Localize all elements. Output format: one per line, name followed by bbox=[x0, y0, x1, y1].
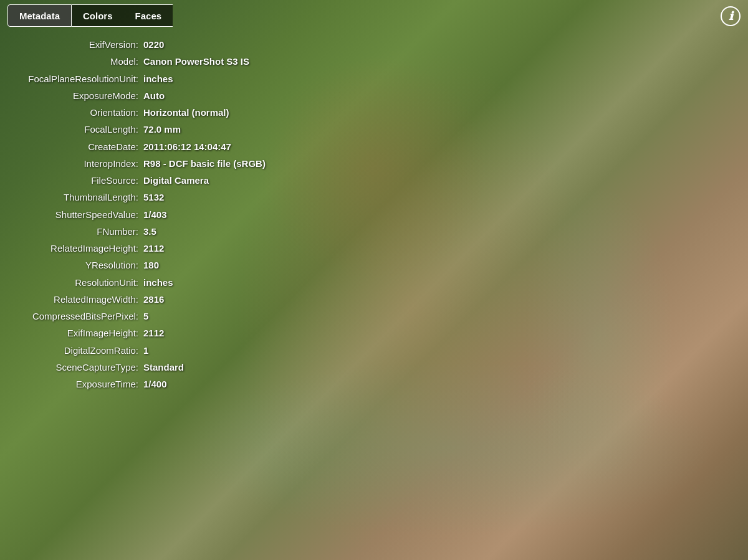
info-icon[interactable]: ℹ bbox=[721, 6, 741, 26]
metadata-row: ExposureTime:1/400 bbox=[0, 376, 274, 392]
metadata-key: Model: bbox=[0, 54, 143, 69]
metadata-value: 1/400 bbox=[143, 377, 167, 391]
metadata-row: FNumber:3.5 bbox=[0, 223, 274, 240]
metadata-row: FileSource:Digital Camera bbox=[0, 172, 274, 189]
metadata-row: CompressedBitsPerPixel:5 bbox=[0, 308, 274, 325]
metadata-row: Model:Canon PowerShot S3 IS bbox=[0, 53, 274, 70]
metadata-value: 1 bbox=[143, 343, 148, 358]
metadata-row: ExifVersion:0220 bbox=[0, 36, 274, 53]
metadata-key: Orientation: bbox=[0, 105, 143, 120]
metadata-row: InteropIndex:R98 - DCF basic file (sRGB) bbox=[0, 155, 274, 172]
metadata-value: 3.5 bbox=[143, 224, 156, 239]
metadata-key: ExifImageHeight: bbox=[0, 326, 143, 340]
metadata-row: DigitalZoomRatio:1 bbox=[0, 342, 274, 359]
metadata-value: 0220 bbox=[143, 37, 164, 52]
metadata-key: RelatedImageHeight: bbox=[0, 241, 143, 255]
metadata-row: SceneCaptureType:Standard bbox=[0, 359, 274, 376]
top-bar: Metadata Colors Faces ℹ bbox=[0, 0, 748, 31]
metadata-row: CreateDate:2011:06:12 14:04:47 bbox=[0, 138, 274, 155]
metadata-key: SceneCaptureType: bbox=[0, 360, 143, 374]
metadata-row: ThumbnailLength:5132 bbox=[0, 189, 274, 206]
metadata-value: 180 bbox=[143, 258, 159, 272]
metadata-value: 2011:06:12 14:04:47 bbox=[143, 140, 231, 154]
tab-faces[interactable]: Faces bbox=[124, 4, 173, 27]
metadata-key: ExposureTime: bbox=[0, 377, 143, 391]
metadata-key: ThumbnailLength: bbox=[0, 190, 143, 204]
metadata-key: YResolution: bbox=[0, 258, 143, 272]
metadata-value: inches bbox=[143, 72, 173, 86]
metadata-panel: ExifVersion:0220Model:Canon PowerShot S3… bbox=[0, 31, 274, 560]
metadata-row: FocalPlaneResolutionUnit:inches bbox=[0, 70, 274, 87]
metadata-value: 2112 bbox=[143, 241, 164, 255]
metadata-value: 2816 bbox=[143, 292, 164, 306]
metadata-key: ShutterSpeedValue: bbox=[0, 207, 143, 222]
metadata-value: Digital Camera bbox=[143, 173, 209, 187]
metadata-key: ExifVersion: bbox=[0, 37, 143, 52]
metadata-key: FocalPlaneResolutionUnit: bbox=[0, 72, 143, 86]
tab-colors[interactable]: Colors bbox=[72, 4, 124, 27]
metadata-key: FNumber: bbox=[0, 224, 143, 239]
metadata-value: 5 bbox=[143, 309, 148, 323]
metadata-row: RelatedImageWidth:2816 bbox=[0, 291, 274, 308]
metadata-row: RelatedImageHeight:2112 bbox=[0, 240, 274, 257]
metadata-row: ResolutionUnit:inches bbox=[0, 274, 274, 291]
metadata-value: Horizontal (normal) bbox=[143, 105, 229, 120]
metadata-value: 5132 bbox=[143, 190, 164, 204]
metadata-value: Auto bbox=[143, 88, 165, 103]
metadata-key: CompressedBitsPerPixel: bbox=[0, 309, 143, 323]
metadata-row: Orientation:Horizontal (normal) bbox=[0, 104, 274, 121]
metadata-key: CreateDate: bbox=[0, 140, 143, 154]
metadata-key: DigitalZoomRatio: bbox=[0, 343, 143, 358]
metadata-key: FocalLength: bbox=[0, 122, 143, 136]
metadata-key: InteropIndex: bbox=[0, 156, 143, 171]
metadata-row: ExifImageHeight:2112 bbox=[0, 325, 274, 341]
metadata-value: R98 - DCF basic file (sRGB) bbox=[143, 156, 266, 171]
metadata-value: Standard bbox=[143, 360, 184, 374]
metadata-value: inches bbox=[143, 275, 173, 290]
metadata-value: 72.0 mm bbox=[143, 122, 181, 136]
metadata-value: Canon PowerShot S3 IS bbox=[143, 54, 249, 69]
tab-metadata[interactable]: Metadata bbox=[7, 4, 72, 27]
metadata-row: YResolution:180 bbox=[0, 257, 274, 273]
metadata-row: ShutterSpeedValue:1/403 bbox=[0, 206, 274, 223]
metadata-key: ResolutionUnit: bbox=[0, 275, 143, 290]
metadata-value: 1/403 bbox=[143, 207, 167, 222]
metadata-row: FocalLength:72.0 mm bbox=[0, 121, 274, 138]
metadata-key: ExposureMode: bbox=[0, 88, 143, 103]
metadata-row: ExposureMode:Auto bbox=[0, 87, 274, 104]
metadata-key: RelatedImageWidth: bbox=[0, 292, 143, 306]
metadata-value: 2112 bbox=[143, 326, 164, 340]
metadata-key: FileSource: bbox=[0, 173, 143, 187]
